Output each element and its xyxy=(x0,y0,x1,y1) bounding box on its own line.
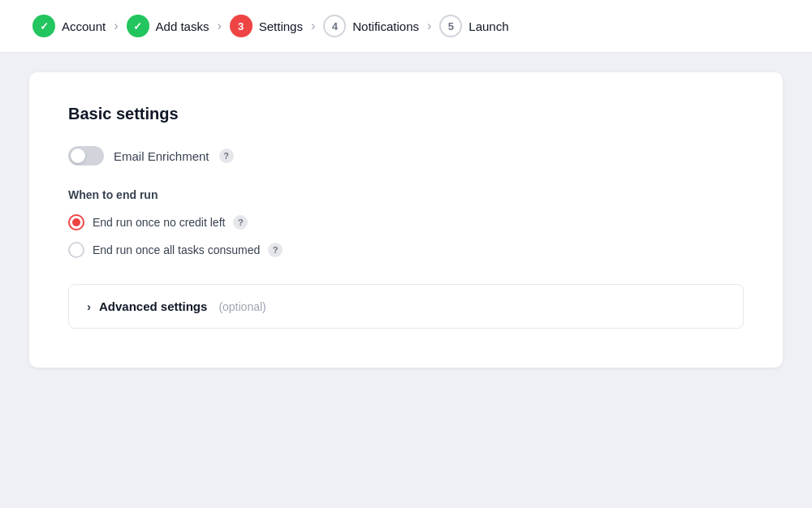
toggle-knob xyxy=(71,149,85,163)
chevron-icon-4: › xyxy=(427,19,431,33)
advanced-chevron-icon: › xyxy=(87,299,91,313)
step-circle-account: ✓ xyxy=(32,15,55,37)
radio-no-credit[interactable]: End run once no credit left ? xyxy=(68,214,744,230)
email-enrichment-row: Email Enrichment ? xyxy=(68,146,744,166)
radio-label-all-tasks: End run once all tasks consumed xyxy=(93,243,260,256)
settings-card: Basic settings Email Enrichment ? When t… xyxy=(29,72,783,368)
email-enrichment-help-icon[interactable]: ? xyxy=(219,149,234,163)
step-label-notifications: Notifications xyxy=(352,19,419,33)
step-circle-notifications: 4 xyxy=(323,15,346,37)
advanced-optional-label: (optional) xyxy=(218,300,266,313)
step-notifications[interactable]: 4 Notifications xyxy=(323,15,419,37)
step-circle-settings: 3 xyxy=(230,15,253,37)
step-label-add-tasks: Add tasks xyxy=(156,19,209,33)
advanced-settings-box[interactable]: › Advanced settings (optional) xyxy=(68,284,744,329)
email-enrichment-toggle[interactable] xyxy=(68,146,104,166)
radio-all-tasks[interactable]: End run once all tasks consumed ? xyxy=(68,242,744,258)
step-label-launch: Launch xyxy=(469,19,508,33)
step-circle-add-tasks: ✓ xyxy=(127,15,149,37)
chevron-icon-3: › xyxy=(311,19,315,33)
step-settings[interactable]: 3 Settings xyxy=(230,15,303,37)
when-to-end-label: When to end run xyxy=(68,188,744,201)
step-circle-launch: 5 xyxy=(439,15,462,37)
step-account[interactable]: ✓ Account xyxy=(32,15,106,37)
email-enrichment-label: Email Enrichment xyxy=(114,149,209,163)
section-title: Basic settings xyxy=(68,105,744,123)
no-credit-help-icon[interactable]: ? xyxy=(233,215,248,230)
step-label-account: Account xyxy=(62,19,106,33)
chevron-icon-2: › xyxy=(217,19,221,33)
stepper: ✓ Account › ✓ Add tasks › 3 Settings › 4… xyxy=(0,0,812,53)
step-label-settings: Settings xyxy=(259,19,303,33)
radio-group-end-run: End run once no credit left ? End run on… xyxy=(68,214,744,258)
radio-outer-no-credit xyxy=(68,214,84,230)
main-content: Basic settings Email Enrichment ? When t… xyxy=(0,53,812,387)
radio-outer-all-tasks xyxy=(68,242,84,258)
radio-label-no-credit: End run once no credit left xyxy=(93,216,225,229)
radio-inner-no-credit xyxy=(72,218,80,226)
all-tasks-help-icon[interactable]: ? xyxy=(268,243,283,257)
step-add-tasks[interactable]: ✓ Add tasks xyxy=(127,15,209,37)
step-launch[interactable]: 5 Launch xyxy=(439,15,508,37)
advanced-settings-title: Advanced settings xyxy=(99,299,207,313)
chevron-icon-1: › xyxy=(114,19,118,33)
